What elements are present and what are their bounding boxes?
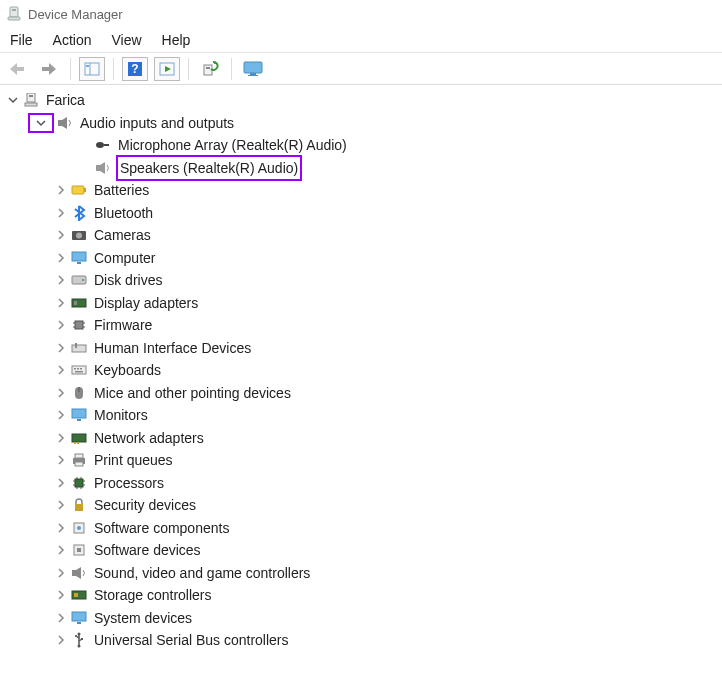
- chevron-down-icon[interactable]: [28, 113, 54, 133]
- svg-rect-15: [248, 75, 258, 76]
- tree-node-usb[interactable]: Universal Serial Bus controllers: [6, 629, 722, 652]
- monitor-icon: [70, 407, 88, 423]
- chevron-right-icon[interactable]: [54, 521, 68, 535]
- svg-marker-20: [62, 117, 67, 129]
- chevron-right-icon[interactable]: [54, 408, 68, 422]
- chevron-right-icon[interactable]: [54, 183, 68, 197]
- showhide-tree-button[interactable]: [79, 57, 105, 81]
- svg-rect-71: [72, 570, 76, 576]
- tree-leaf-speakers[interactable]: Speakers (Realtek(R) Audio): [6, 157, 722, 180]
- tree-node-computer[interactable]: Computer: [6, 247, 722, 270]
- tree-node-swcomp[interactable]: Software components: [6, 517, 722, 540]
- svg-rect-19: [58, 120, 62, 126]
- printer-icon: [70, 452, 88, 468]
- svg-marker-9: [165, 66, 171, 72]
- tree-node-security[interactable]: Security devices: [6, 494, 722, 517]
- tree-node-cameras[interactable]: Cameras: [6, 224, 722, 247]
- menu-help[interactable]: Help: [162, 32, 191, 48]
- app-icon: [6, 6, 22, 22]
- svg-point-32: [82, 279, 84, 281]
- toolbar: ?: [0, 53, 722, 85]
- svg-rect-45: [80, 368, 82, 370]
- svg-rect-2: [8, 17, 20, 20]
- microphone-icon: [94, 137, 112, 153]
- menu-action[interactable]: Action: [53, 32, 92, 48]
- tree-node-sound[interactable]: Sound, video and game controllers: [6, 562, 722, 585]
- tree-node-printq[interactable]: Print queues: [6, 449, 722, 472]
- tree-node-bluetooth[interactable]: Bluetooth: [6, 202, 722, 225]
- svg-rect-3: [85, 63, 99, 75]
- tree-label-swdev: Software devices: [94, 539, 201, 561]
- titlebar: Device Manager: [0, 0, 722, 28]
- tree-label-swcomp: Software components: [94, 517, 229, 539]
- chevron-right-icon[interactable]: [54, 386, 68, 400]
- chevron-right-icon[interactable]: [54, 318, 68, 332]
- menu-file[interactable]: File: [10, 32, 33, 48]
- chevron-right-icon[interactable]: [54, 476, 68, 490]
- tree-node-swdev[interactable]: Software devices: [6, 539, 722, 562]
- tree-node-keyboards[interactable]: Keyboards: [6, 359, 722, 382]
- action-button[interactable]: [154, 57, 180, 81]
- tree-node-display[interactable]: Display adapters: [6, 292, 722, 315]
- device-tree: Farica Audio inputs and outputs Micropho…: [0, 85, 722, 662]
- svg-rect-49: [72, 409, 86, 418]
- svg-rect-43: [74, 368, 76, 370]
- tree-node-system[interactable]: System devices: [6, 607, 722, 630]
- tree-node-network[interactable]: Network adapters: [6, 427, 722, 450]
- back-button[interactable]: [4, 57, 30, 81]
- tree-label-firmware: Firmware: [94, 314, 152, 336]
- monitor-button[interactable]: [240, 57, 266, 81]
- tree-node-audio[interactable]: Audio inputs and outputs: [6, 112, 722, 135]
- svg-marker-24: [100, 162, 105, 174]
- cpu-icon: [70, 475, 88, 491]
- menu-view[interactable]: View: [111, 32, 141, 48]
- tree-node-monitors[interactable]: Monitors: [6, 404, 722, 427]
- tree-label-network: Network adapters: [94, 427, 204, 449]
- speaker-icon: [70, 565, 88, 581]
- chevron-right-icon[interactable]: [54, 296, 68, 310]
- svg-rect-14: [250, 73, 256, 75]
- chevron-right-icon[interactable]: [54, 251, 68, 265]
- tree-label-speakers: Speakers (Realtek(R) Audio): [116, 155, 302, 181]
- computer-icon: [22, 92, 40, 108]
- chevron-right-icon[interactable]: [54, 633, 68, 647]
- tree-label-security: Security devices: [94, 494, 196, 516]
- svg-point-28: [76, 233, 82, 239]
- chevron-right-icon[interactable]: [54, 228, 68, 242]
- chevron-right-icon[interactable]: [54, 566, 68, 580]
- tree-node-processors[interactable]: Processors: [6, 472, 722, 495]
- svg-rect-35: [75, 321, 83, 329]
- tree-node-mice[interactable]: Mice and other pointing devices: [6, 382, 722, 405]
- scan-hardware-button[interactable]: [197, 57, 223, 81]
- help-button[interactable]: ?: [122, 57, 148, 81]
- chevron-right-icon[interactable]: [54, 543, 68, 557]
- chevron-right-icon[interactable]: [54, 588, 68, 602]
- tree-node-firmware[interactable]: Firmware: [6, 314, 722, 337]
- chevron-right-icon[interactable]: [54, 498, 68, 512]
- tree-node-hid[interactable]: Human Interface Devices: [6, 337, 722, 360]
- usb-icon: [70, 632, 88, 648]
- tree-node-diskdrives[interactable]: Disk drives: [6, 269, 722, 292]
- tree-label-audio: Audio inputs and outputs: [80, 112, 234, 134]
- forward-button[interactable]: [36, 57, 62, 81]
- chevron-right-icon[interactable]: [54, 363, 68, 377]
- lock-icon: [70, 497, 88, 513]
- system-device-icon: [70, 610, 88, 626]
- chevron-right-icon[interactable]: [54, 431, 68, 445]
- chevron-right-icon[interactable]: [54, 611, 68, 625]
- chevron-right-icon[interactable]: [54, 273, 68, 287]
- chevron-right-icon[interactable]: [54, 453, 68, 467]
- tree-label-sound: Sound, video and game controllers: [94, 562, 310, 584]
- svg-rect-55: [75, 454, 83, 458]
- tree-leaf-microphone[interactable]: Microphone Array (Realtek(R) Audio): [6, 134, 722, 157]
- chevron-right-icon[interactable]: [54, 206, 68, 220]
- svg-rect-46: [75, 371, 83, 373]
- tree-label-printq: Print queues: [94, 449, 173, 471]
- tree-node-batteries[interactable]: Batteries: [6, 179, 722, 202]
- tree-node-storage[interactable]: Storage controllers: [6, 584, 722, 607]
- svg-rect-30: [77, 262, 81, 264]
- chevron-right-icon[interactable]: [54, 341, 68, 355]
- keyboard-icon: [70, 362, 88, 378]
- chevron-down-icon[interactable]: [6, 93, 20, 107]
- tree-root[interactable]: Farica: [6, 89, 722, 112]
